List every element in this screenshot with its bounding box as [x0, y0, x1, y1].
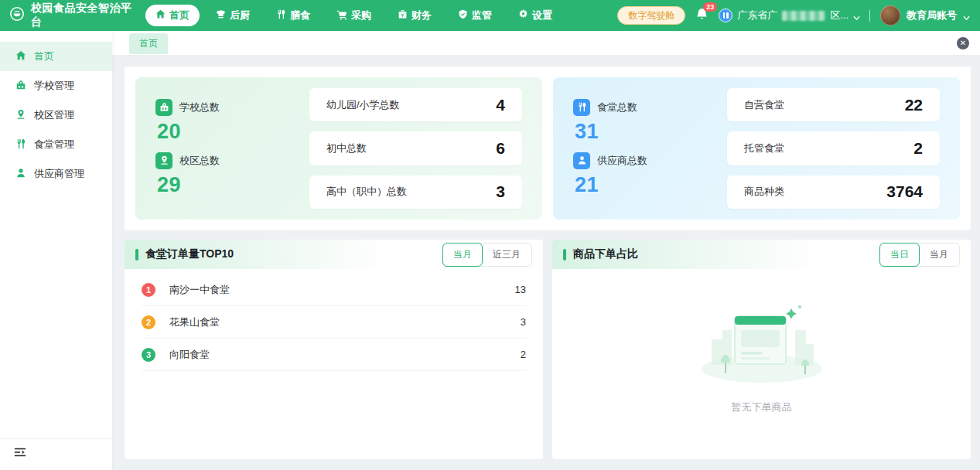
canteen-name: 花果山食堂: [169, 315, 220, 329]
empty-text: 暂无下单商品: [732, 400, 792, 414]
region-redacted: [782, 11, 825, 21]
stat-group-canteens: 食堂总数 31: [573, 99, 709, 145]
panel-title: 商品下单占比: [573, 247, 638, 261]
panel-header: 食堂订单量TOP10 当月 近三月: [125, 240, 543, 269]
stat-row: 商品种类 3764: [727, 175, 940, 209]
tab-home[interactable]: 首页: [129, 33, 168, 54]
region-selector[interactable]: 广东省广 区...: [719, 9, 859, 22]
title-accent-bar: [563, 249, 566, 261]
row-label: 商品种类: [744, 185, 784, 199]
region-suffix: 区...: [830, 9, 849, 22]
supplier-icon: [573, 152, 590, 169]
campus-icon: [15, 109, 26, 122]
home-icon: [155, 9, 166, 22]
sidebar-item-campus-mgmt[interactable]: 校区管理: [0, 100, 112, 130]
canteen-stats-card: 食堂总数 31 供应商总数 21: [553, 77, 960, 220]
avatar: [880, 5, 900, 26]
meal-icon: [276, 9, 286, 22]
notification-badge: 23: [703, 2, 717, 12]
rank-badge: 1: [142, 283, 155, 297]
region-prefix: 广东省广: [737, 9, 777, 22]
sidebar-item-canteen-mgmt[interactable]: 食堂管理: [0, 130, 112, 159]
order-count: 3: [521, 316, 526, 328]
topnav-item-meal[interactable]: 膳食: [266, 5, 320, 26]
topnav-item-kitchen[interactable]: 后厨: [206, 5, 260, 26]
dashboard: 学校总数 20 校区总数 29: [112, 56, 980, 470]
row-label: 初中总数: [326, 141, 367, 155]
topnav-item-settings[interactable]: 设置: [508, 5, 562, 26]
topnav-item-supervision[interactable]: 监管: [448, 5, 502, 26]
title-accent-bar: [135, 249, 138, 261]
stat-label: 食堂总数: [597, 100, 637, 114]
shield-icon: [458, 9, 468, 22]
row-label: 高中（职中）总数: [326, 185, 407, 199]
stat-row: 托管食堂 2: [727, 131, 940, 165]
products-period-toggle: 当日 当月: [879, 243, 960, 267]
finance-icon: [398, 9, 408, 22]
stat-group-campuses: 校区总数 29: [155, 152, 291, 199]
toggle-today[interactable]: 当日: [879, 243, 920, 267]
row-label: 幼儿园/小学总数: [326, 98, 400, 112]
chevron-down-icon: [963, 12, 969, 19]
school-stats-totals: 学校总数 20 校区总数 29: [155, 88, 291, 209]
top-header: 校园食品安全智治平台 首页 后厨 膳食 采购 财务 监管 设置: [0, 0, 980, 31]
close-tabs-button[interactable]: ✕: [957, 37, 969, 49]
toggle-current-month[interactable]: 当月: [919, 244, 959, 266]
stat-value: 31: [575, 120, 709, 144]
sidebar-footer: [0, 438, 112, 470]
row-label: 自营食堂: [744, 98, 784, 112]
chef-hat-icon: [216, 9, 226, 22]
notification-bell[interactable]: 23: [695, 8, 709, 24]
campus-icon: [155, 152, 172, 169]
stat-group-schools: 学校总数 20: [155, 99, 291, 145]
topnav-item-purchase[interactable]: 采购: [326, 5, 381, 26]
app-title: 校园食品安全智治平台: [31, 2, 139, 29]
content-area: 首页 ✕ 学校总数 20: [112, 31, 980, 470]
product-orders-panel: 商品下单占比 当日 当月: [552, 240, 971, 459]
list-item: 3 向阳食堂 2: [142, 339, 526, 371]
divider: [869, 10, 870, 22]
school-icon: [155, 99, 172, 116]
toggle-last-3-months[interactable]: 近三月: [482, 244, 531, 266]
chevron-down-icon: [853, 12, 859, 19]
digital-cockpit-button[interactable]: 数字驾驶舱: [617, 6, 685, 25]
canteen-stats-totals: 食堂总数 31 供应商总数 21: [573, 88, 709, 209]
topbar-right: 数字驾驶舱 23 广东省广 区... 教育局账号: [617, 5, 969, 26]
stat-row: 初中总数 6: [309, 131, 522, 165]
top-nav: 首页 后厨 膳食 采购 财务 监管 设置: [145, 5, 562, 26]
tab-bar: 首页 ✕: [112, 31, 980, 56]
row-value: 2: [913, 139, 923, 158]
orders-period-toggle: 当月 近三月: [442, 243, 532, 267]
canteen-icon: [573, 99, 590, 116]
stat-label: 供应商总数: [597, 154, 647, 168]
stat-label: 校区总数: [179, 154, 220, 168]
topnav-item-finance[interactable]: 财务: [388, 5, 442, 26]
panel-header: 商品下单占比 当日 当月: [552, 240, 971, 269]
rank-badge: 2: [142, 315, 155, 329]
toggle-current-month[interactable]: 当月: [442, 243, 483, 267]
gear-icon: [518, 9, 528, 22]
stat-value: 29: [157, 173, 291, 197]
brand: 校园食品安全智治平台: [9, 2, 139, 29]
collapse-sidebar-icon[interactable]: [14, 447, 26, 458]
stat-group-suppliers: 供应商总数 21: [573, 152, 709, 199]
stat-value: 21: [575, 173, 709, 197]
sidebar-item-school-mgmt[interactable]: 学校管理: [0, 71, 112, 100]
stat-row: 自营食堂 22: [727, 88, 940, 121]
row-value: 22: [905, 96, 923, 114]
canteen-breakdown-rows: 自营食堂 22 托管食堂 2 商品种类 3764: [727, 88, 940, 209]
stats-section: 学校总数 20 校区总数 29: [125, 66, 971, 230]
topnav-item-home[interactable]: 首页: [145, 5, 200, 26]
sidebar-item-supplier-mgmt[interactable]: 供应商管理: [0, 159, 112, 189]
school-stats-card: 学校总数 20 校区总数 29: [135, 77, 542, 220]
row-value: 4: [496, 96, 505, 114]
canteen-icon: [15, 138, 26, 152]
stat-value: 20: [157, 120, 291, 144]
account-menu[interactable]: 教育局账号: [880, 5, 969, 26]
sidebar-item-home[interactable]: 首页: [0, 42, 112, 71]
home-icon: [15, 50, 26, 63]
canteen-name: 南沙一中食堂: [169, 283, 230, 297]
school-breakdown-rows: 幼儿园/小学总数 4 初中总数 6 高中（职中）总数 3: [309, 88, 522, 209]
app-logo-icon: [9, 6, 25, 25]
order-count: 13: [515, 284, 526, 295]
